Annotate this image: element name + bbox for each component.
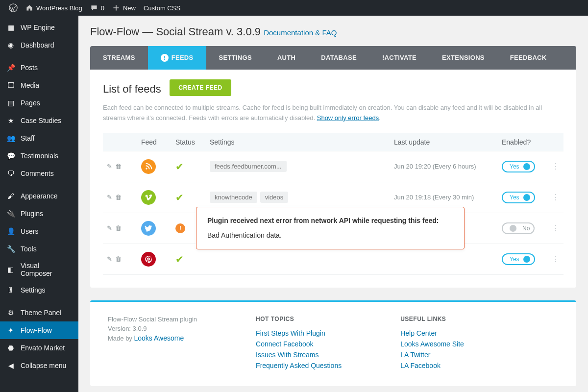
sidebar-item-case-studies[interactable]: ★Case Studies — [0, 112, 78, 129]
wp-logo-menu[interactable] — [5, 0, 22, 16]
sidebar-item-settings[interactable]: 🎚Settings — [0, 281, 78, 299]
plugin-tabs: STREAMS!FEEDSSETTINGSAUTHDATABASE!ACTIVA… — [90, 46, 576, 70]
useful-link[interactable]: Help Center — [400, 329, 464, 337]
sidebar-item-pages[interactable]: ▤Pages — [0, 94, 78, 112]
enabled-toggle[interactable]: Yes — [502, 161, 535, 172]
enabled-toggle[interactable]: No — [502, 222, 535, 234]
edit-icon[interactable]: ✎ — [107, 194, 112, 201]
tab-extensions[interactable]: EXTENSIONS — [429, 46, 497, 70]
toggle-knob-icon — [523, 256, 530, 263]
useful-link[interactable]: LA Facebook — [400, 362, 464, 369]
svg-point-1 — [146, 168, 147, 169]
sidebar-item-theme-panel[interactable]: ⚙Theme Panel — [0, 304, 78, 321]
page-title: Flow-Flow — Social Stream v. 3.0.9 Docum… — [90, 25, 576, 38]
sidebar-item-dashboard[interactable]: ◉Dashboard — [0, 36, 78, 54]
row-menu-icon[interactable]: ⋮ — [546, 162, 560, 171]
sidebar-item-testimonials[interactable]: 💬Testimonials — [0, 147, 78, 165]
row-menu-icon[interactable]: ⋮ — [546, 224, 560, 232]
last-update: Jun 20 19:20 (Every 6 hours) — [390, 151, 498, 182]
hot-topic-link[interactable]: First Steps With Plugin — [256, 329, 342, 337]
settings-chip: videos — [260, 192, 289, 203]
sidebar-item-tools[interactable]: 🔧Tools — [0, 240, 78, 258]
tab-label: DATABASE — [321, 54, 357, 61]
sidebar-item-staff[interactable]: 👥Staff — [0, 129, 78, 147]
sidebar-item-plugins[interactable]: 🔌Plugins — [0, 205, 78, 222]
tab-database[interactable]: DATABASE — [308, 46, 369, 70]
new-content-link[interactable]: New — [108, 0, 140, 16]
footer-meta: Flow-Flow Social Stream plugin Version: … — [108, 316, 197, 372]
edit-icon[interactable]: ✎ — [107, 255, 112, 263]
feeds-description: Each feed can be connected to multiple s… — [103, 103, 564, 123]
sidebar-item-appearance[interactable]: 🖌Appearance — [0, 187, 78, 205]
pages-icon: ▤ — [6, 98, 16, 108]
sidebar-item-users[interactable]: 👤Users — [0, 222, 78, 240]
sidebar-item-collapse-menu[interactable]: ◀Collapse menu — [0, 357, 78, 374]
wpengine-icon: ▦ — [6, 23, 16, 32]
trash-icon[interactable]: 🗑 — [115, 194, 122, 201]
sidebar-item-label: Comments — [21, 170, 54, 177]
create-feed-button[interactable]: CREATE FEED — [170, 79, 231, 96]
custom-css-link[interactable]: Custom CSS — [140, 0, 184, 16]
sidebar-item-comments[interactable]: 🗨Comments — [0, 165, 78, 182]
brush-icon: 🖌 — [6, 191, 16, 201]
people-icon: 👥 — [6, 133, 16, 143]
show-error-feeds-link[interactable]: Show only error feeds — [317, 114, 379, 122]
tab-feedback[interactable]: FEEDBACK — [497, 46, 560, 70]
documentation-link[interactable]: Documentation & FAQ — [264, 28, 337, 37]
useful-link[interactable]: Looks Awesome Site — [400, 340, 464, 348]
row-menu-icon[interactable]: ⋮ — [546, 193, 560, 201]
status-ok-icon: ✔ — [175, 254, 184, 265]
dashboard-icon: ◉ — [6, 40, 16, 50]
pinterest-icon — [141, 252, 156, 267]
tab-label: AUTH — [277, 54, 295, 61]
toggle-knob-icon — [510, 225, 516, 232]
envato-icon: ⬣ — [6, 343, 16, 353]
sidebar-item-label: Users — [21, 227, 39, 235]
table-row: ✎🗑✔feeds.feedburner.com...Jun 20 19:20 (… — [103, 151, 564, 182]
sidebar-item-label: Media — [21, 81, 39, 89]
sidebar-item-media[interactable]: 🎞Media — [0, 76, 78, 94]
trash-icon[interactable]: 🗑 — [115, 255, 122, 263]
sidebar-item-flow-flow[interactable]: ✦Flow-Flow — [0, 321, 78, 339]
sidebar-item-wp-engine[interactable]: ▦WP Engine — [0, 19, 78, 36]
tab-activate[interactable]: !ACTIVATE — [369, 46, 429, 70]
collapse-icon: ◀ — [6, 361, 16, 370]
tab-auth[interactable]: AUTH — [265, 46, 308, 70]
trash-icon[interactable]: 🗑 — [115, 224, 122, 232]
sidebar-item-visual-composer[interactable]: ◧Visual Composer — [0, 258, 78, 281]
enabled-toggle[interactable]: Yes — [502, 192, 535, 203]
sidebar-item-label: Plugins — [21, 210, 43, 218]
sidebar-item-label: Settings — [21, 286, 46, 294]
tab-streams[interactable]: STREAMS — [90, 46, 148, 70]
sliders-icon: 🎚 — [6, 285, 16, 295]
enabled-toggle[interactable]: Yes — [502, 253, 535, 265]
sidebar-item-envato-market[interactable]: ⬣Envato Market — [0, 339, 78, 357]
tab-label: SETTINGS — [219, 54, 252, 61]
hot-topic-link[interactable]: Issues With Streams — [256, 351, 342, 359]
sidebar-item-label: Staff — [21, 134, 35, 142]
hot-topic-link[interactable]: Frequently Asked Questions — [256, 362, 342, 369]
admin-sidebar: ▦WP Engine◉Dashboard📌Posts🎞Media▤Pages★C… — [0, 16, 78, 392]
site-name-link[interactable]: WordPress Blog — [22, 0, 86, 16]
made-by-link[interactable]: Looks Awesome — [134, 334, 184, 342]
toggle-knob-icon — [523, 194, 530, 201]
edit-icon[interactable]: ✎ — [107, 163, 112, 170]
tab-settings[interactable]: SETTINGS — [206, 46, 265, 70]
edit-icon[interactable]: ✎ — [107, 224, 112, 232]
settings-chip: feeds.feedburner.com... — [210, 161, 287, 172]
feeds-table: Feed Status Settings Last update Enabled… — [103, 133, 564, 275]
tab-label: STREAMS — [103, 54, 135, 61]
media-icon: 🎞 — [6, 80, 16, 90]
comments-link[interactable]: 0 — [86, 0, 108, 16]
warning-icon: ! — [161, 54, 169, 62]
settings-chip: knowthecode — [210, 192, 257, 203]
useful-link[interactable]: LA Twitter — [400, 351, 464, 359]
sidebar-item-posts[interactable]: 📌Posts — [0, 59, 78, 76]
tab-feeds[interactable]: !FEEDS — [148, 46, 206, 70]
trash-icon[interactable]: 🗑 — [115, 163, 122, 170]
vc-icon: ◧ — [6, 265, 16, 274]
row-menu-icon[interactable]: ⋮ — [546, 255, 560, 263]
chat-icon: 💬 — [6, 151, 16, 161]
hot-topic-link[interactable]: Connect Facebook — [256, 340, 342, 348]
col-actions — [103, 133, 137, 151]
